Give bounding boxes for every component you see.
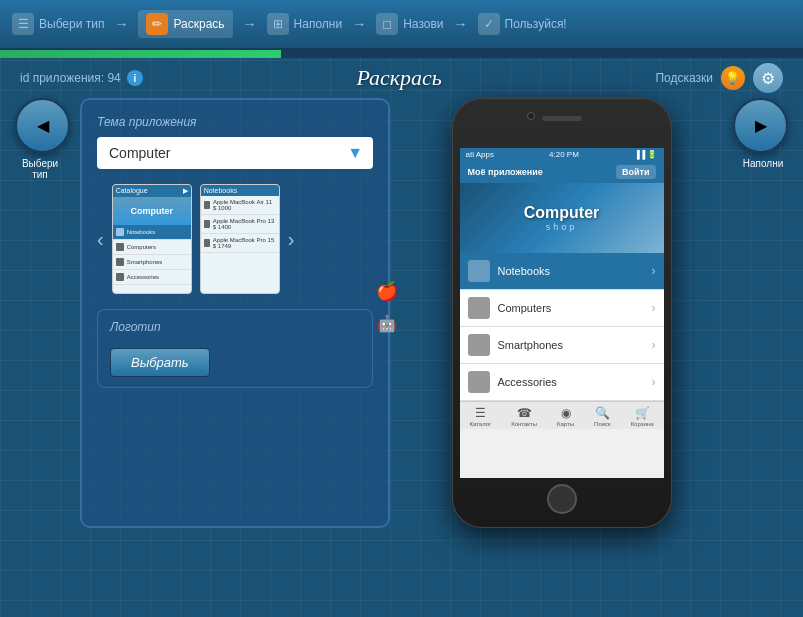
step3-icon: ⊞ [267, 13, 289, 35]
hints-label: Подсказки [655, 71, 713, 85]
menu-arrow-2: › [652, 338, 656, 352]
status-center: 4:20 PM [549, 150, 579, 159]
step4-item[interactable]: ◻ Назови [376, 13, 443, 35]
tab-2[interactable]: ◉ Карты [557, 406, 574, 427]
menu-item-0[interactable]: Notebooks › [460, 253, 664, 290]
thumb2-icon-1 [204, 201, 210, 209]
menu-label-3: Accessories [498, 376, 644, 388]
thumb1-row-2: Computers [113, 240, 191, 255]
step2-item[interactable]: ✏ Раскрась [138, 10, 232, 38]
menu-label-0: Notebooks [498, 265, 644, 277]
tab-1[interactable]: ☎ Контакты [511, 406, 537, 427]
editor-panel: Тема приложения Computer Fashion Food ▼ … [80, 98, 390, 528]
step1-item[interactable]: ☰ Выбери тип [12, 13, 104, 35]
step-arrow-1: → [114, 16, 128, 32]
theme-section-label: Тема приложения [97, 115, 373, 129]
tab-label-3: Поиск [594, 421, 611, 427]
tab-label-1: Контакты [511, 421, 537, 427]
step3-label: Наполни [294, 17, 343, 31]
nav-left-section: ◀ Выберитип [10, 98, 70, 528]
back-label: Выберитип [22, 158, 58, 180]
step-arrow-4: → [454, 16, 468, 32]
thumb1-icon-3 [116, 258, 124, 266]
menu-arrow-1: › [652, 301, 656, 315]
menu-icon-1 [468, 297, 490, 319]
phone-hero-sub: shop [524, 222, 600, 232]
app-id-text: id приложения: 94 [20, 71, 121, 85]
os-icons-group: 🍎 🤖 [375, 279, 399, 335]
step5-item[interactable]: ✓ Пользуйся! [478, 13, 567, 35]
phone-preview-area: 🍎 🤖 atl Apps 4:20 PM ▐▐ 🔋 Моё приложение… [400, 98, 723, 528]
tab-icon-2: ◉ [561, 406, 571, 420]
phone-tab-bar: ☰ Каталог ☎ Контакты ◉ Карты 🔍 Поиск [460, 401, 664, 429]
page-title: Раскрась [356, 65, 441, 91]
phone-frame: atl Apps 4:20 PM ▐▐ 🔋 Моё приложение Вой… [452, 98, 672, 528]
thumbnail-1[interactable]: Catalogue▶ Computer Notebooks Computers [112, 184, 192, 294]
phone-home-button[interactable] [547, 484, 577, 514]
status-right: ▐▐ 🔋 [634, 150, 658, 159]
phone-status-bar: atl Apps 4:20 PM ▐▐ 🔋 [460, 148, 664, 161]
tab-0[interactable]: ☰ Каталог [469, 406, 491, 427]
step3-item[interactable]: ⊞ Наполни [267, 13, 343, 35]
phone-speaker [542, 116, 582, 121]
phone-hero-content: Computer shop [524, 204, 600, 232]
next-label: Наполни [743, 158, 783, 169]
choose-logo-button[interactable]: Выбрать [110, 348, 210, 377]
thumbnail-2[interactable]: Notebooks Apple MacBook Air 11 $ 1000 Ap… [200, 184, 280, 294]
step1-label: Выбери тип [39, 17, 104, 31]
step-arrow-3: → [352, 16, 366, 32]
phone-app-title: Моё приложение [468, 167, 543, 177]
menu-item-1[interactable]: Computers › [460, 290, 664, 327]
step2-label: Раскрась [173, 17, 224, 31]
app-id-area: id приложения: 94 i [20, 70, 143, 86]
thumb1-rows: Notebooks Computers Smartphones Acc [113, 225, 191, 285]
thumb2-row-2: Apple MacBook Pro 13 $ 1400 [201, 215, 279, 234]
nav-right-section: ▶ Наполни [733, 98, 793, 528]
left-arrow-icon: ◀ [37, 116, 49, 135]
phone-login-btn[interactable]: Войти [616, 165, 655, 179]
menu-arrow-3: › [652, 375, 656, 389]
thumb2-icon-3 [204, 239, 210, 247]
menu-icon-2 [468, 334, 490, 356]
phone-hero-title: Computer [524, 204, 600, 222]
tab-icon-3: 🔍 [595, 406, 610, 420]
step5-label: Пользуйся! [505, 17, 567, 31]
thumb2-header: Notebooks [201, 185, 279, 196]
thumb1-row-3: Smartphones [113, 255, 191, 270]
hints-area: Подсказки 💡 ⚙ [655, 63, 783, 93]
theme-select[interactable]: Computer Fashion Food [97, 137, 373, 169]
thumb-next-arrow[interactable]: › [288, 228, 295, 251]
phone-camera [527, 112, 535, 120]
menu-label-1: Computers [498, 302, 644, 314]
step5-icon: ✓ [478, 13, 500, 35]
header-row: id приложения: 94 i Раскрась Подсказки 💡… [0, 58, 803, 98]
tab-4[interactable]: 🛒 Корзина [631, 406, 654, 427]
right-arrow-icon: ▶ [755, 116, 767, 135]
thumb1-hero: Computer [113, 197, 191, 225]
step1-icon: ☰ [12, 13, 34, 35]
thumb1-icon-1 [116, 228, 124, 236]
step2-icon: ✏ [146, 13, 168, 35]
tab-3[interactable]: 🔍 Поиск [594, 406, 611, 427]
thumb1-header: Catalogue▶ [113, 185, 191, 197]
thumb2-row-1: Apple MacBook Air 11 $ 1000 [201, 196, 279, 215]
phone-hero: Computer shop [460, 183, 664, 253]
thumb2-icon-2 [204, 220, 210, 228]
info-icon[interactable]: i [127, 70, 143, 86]
phone-menu-list: Notebooks › Computers › Smartphones › [460, 253, 664, 401]
back-button[interactable]: ◀ [15, 98, 70, 153]
menu-label-2: Smartphones [498, 339, 644, 351]
settings-button[interactable]: ⚙ [753, 63, 783, 93]
menu-item-3[interactable]: Accessories › [460, 364, 664, 401]
hint-button[interactable]: 💡 [721, 66, 745, 90]
status-left: atl Apps [466, 150, 494, 159]
thumbnails-container: Catalogue▶ Computer Notebooks Computers [112, 184, 280, 294]
tab-icon-1: ☎ [517, 406, 532, 420]
apple-icon: 🍎 [375, 279, 399, 303]
thumb-prev-arrow[interactable]: ‹ [97, 228, 104, 251]
menu-item-2[interactable]: Smartphones › [460, 327, 664, 364]
menu-icon-0 [468, 260, 490, 282]
tab-label-4: Корзина [631, 421, 654, 427]
next-button[interactable]: ▶ [733, 98, 788, 153]
thumb2-row-3: Apple MacBook Pro 15 $ 1749 [201, 234, 279, 253]
